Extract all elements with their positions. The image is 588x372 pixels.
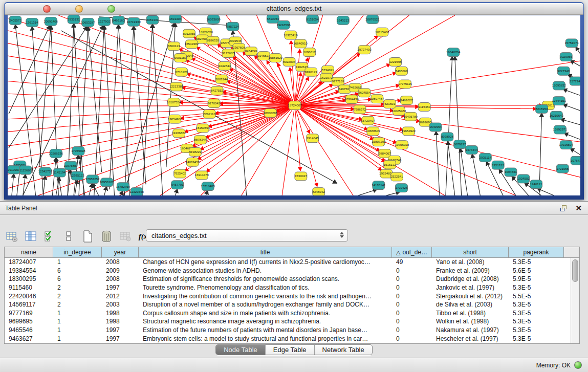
graph-node[interactable]: 15892971	[553, 125, 568, 134]
graph-node[interactable]: 18107554	[167, 98, 181, 107]
graph-node[interactable]: 16543382	[185, 40, 199, 49]
graph-node[interactable]: 8245042	[313, 188, 325, 195]
graph-node[interactable]: 2803144	[215, 75, 228, 83]
graph-node[interactable]: 2367608	[233, 43, 245, 52]
graph-node[interactable]: 18325419	[284, 31, 298, 39]
graph-node[interactable]: 9115460	[418, 103, 430, 112]
window-titlebar[interactable]: citations_edges.txt	[5, 3, 583, 15]
graph-node[interactable]: 8454749	[245, 47, 257, 56]
graph-node[interactable]: 9242844	[219, 61, 231, 70]
table-vertical-scrollbar[interactable]	[571, 258, 579, 343]
graph-node[interactable]: 9457791	[171, 181, 184, 189]
graph-node[interactable]: 12213389	[169, 82, 184, 91]
graph-node[interactable]: 9901187	[175, 54, 187, 62]
graph-node[interactable]: 16648784	[446, 48, 461, 57]
graph-node[interactable]: 9777169	[332, 77, 344, 86]
graph-node[interactable]: 1094631	[505, 168, 517, 177]
graph-node[interactable]: 9198222	[189, 148, 201, 157]
graph-node[interactable]: 1277341	[570, 77, 580, 85]
graph-node[interactable]: 8322037	[283, 58, 295, 67]
column-header-year[interactable]: year	[102, 247, 139, 257]
graph-node[interactable]: 6466160	[112, 16, 124, 25]
graph-node[interactable]: 16033809	[206, 15, 221, 24]
network-canvas[interactable]: 8660123891295518226058982750816543382818…	[8, 15, 580, 195]
graph-node[interactable]: 8215953	[536, 105, 548, 114]
graph-node[interactable]: 9170042	[208, 99, 220, 108]
column-chooser-icon[interactable]	[24, 230, 37, 243]
table-row[interactable]: 946362711997Embryonic stem cells: a mode…	[5, 334, 571, 343]
scrollbar-thumb[interactable]	[572, 259, 578, 282]
graph-node[interactable]: 16782759	[116, 183, 130, 191]
graph-node[interactable]: 2718120	[176, 68, 188, 76]
graph-node[interactable]: 1530027	[295, 172, 307, 181]
table-row[interactable]: 2242004622012Investigating the contribut…	[5, 292, 571, 300]
table-row[interactable]: 911546021997Tourette syndrome. Phenomeno…	[5, 283, 571, 292]
graph-node[interactable]: 2053131	[146, 15, 159, 24]
graph-node[interactable]: 12342757	[38, 167, 53, 176]
hub-graph-node[interactable]: 18724007	[288, 101, 302, 110]
graph-node[interactable]: 2405572	[9, 16, 21, 25]
graph-node[interactable]: 1733426	[396, 184, 408, 192]
graph-node[interactable]: 9227343	[557, 67, 570, 75]
graph-node[interactable]: 1246121	[530, 180, 542, 189]
graph-node[interactable]: 19737493	[357, 46, 372, 54]
graph-node[interactable]: 12935123	[70, 171, 84, 180]
graph-node[interactable]: 14136141	[372, 181, 386, 190]
table-row[interactable]: 1456911722003Disruption of a novel membe…	[5, 300, 571, 309]
table-settings-icon[interactable]	[5, 230, 18, 243]
graph-node[interactable]: 1831304	[169, 15, 182, 23]
graph-node[interactable]: 10719133	[127, 17, 141, 26]
graph-node[interactable]: 1361314	[26, 18, 38, 27]
graph-node[interactable]: 10807487	[370, 95, 384, 103]
graph-node[interactable]: 10958107	[100, 178, 114, 187]
column-header-in_degree[interactable]: in_degree	[53, 247, 102, 257]
graph-node[interactable]: 17359938	[71, 147, 85, 156]
graph-node[interactable]: 19756928	[395, 141, 409, 149]
graph-node[interactable]: 1914845	[307, 134, 319, 143]
new-table-icon[interactable]	[81, 230, 94, 243]
graph-node[interactable]: 18300295	[264, 108, 278, 117]
column-header-pagerank[interactable]: pagerank	[509, 247, 564, 257]
graph-node[interactable]: 8912955	[183, 29, 195, 38]
graph-node[interactable]: 9463627	[400, 96, 412, 105]
graph-node[interactable]: 15353594	[196, 124, 210, 133]
float-panel-icon[interactable]	[560, 205, 568, 212]
graph-node[interactable]: 7986372	[354, 105, 366, 114]
graph-node[interactable]: 621601	[384, 100, 396, 108]
graph-node[interactable]: 7857224	[227, 22, 239, 31]
close-panel-icon[interactable]: ✕	[575, 204, 582, 212]
graph-node[interactable]: 15751074	[564, 39, 579, 48]
graph-node[interactable]: 7625402	[174, 169, 186, 178]
graph-node[interactable]: 19495789	[404, 112, 418, 121]
graph-node[interactable]: 20876521	[365, 15, 380, 24]
table-row[interactable]: 946554611997Estimation of the future num…	[5, 326, 571, 335]
graph-node[interactable]: 1615132	[384, 160, 396, 169]
graph-node[interactable]: 19854988	[168, 115, 182, 123]
graph-node[interactable]: 17016504	[559, 141, 574, 149]
graph-node[interactable]: 1696617	[303, 48, 316, 57]
table-row[interactable]: 1872400712008Changes of HCN gene express…	[5, 258, 571, 267]
graph-node[interactable]: 1924502	[517, 174, 530, 183]
graph-node[interactable]: 19218596	[276, 20, 291, 29]
graph-node[interactable]: 1221598	[389, 58, 402, 67]
graph-node[interactable]: 19166852	[172, 129, 186, 138]
graph-node[interactable]: 1640954	[429, 123, 442, 132]
graph-node[interactable]: 8427552	[211, 86, 223, 95]
table-row[interactable]: 1938455462009Genome-wide association stu…	[5, 267, 571, 275]
graph-node[interactable]: 10975887	[63, 161, 78, 170]
graph-node[interactable]: 2935114	[479, 153, 491, 162]
graph-node[interactable]: 17975115	[398, 80, 412, 89]
graph-node[interactable]: 14039459	[186, 158, 200, 166]
graph-node[interactable]: 1951312	[492, 161, 504, 169]
tab-node-table[interactable]: Node Table	[216, 345, 266, 355]
tab-network-table[interactable]: Network Table	[315, 345, 372, 355]
delete-table-icon[interactable]	[100, 230, 113, 243]
graph-node[interactable]: 17957253	[85, 175, 100, 184]
column-header-out_degree[interactable]: △out_de…	[392, 247, 432, 257]
column-header-title[interactable]: title	[139, 247, 392, 257]
select-rows-icon[interactable]	[43, 230, 56, 243]
graph-node[interactable]: 1115686	[19, 166, 32, 174]
graph-node[interactable]: 1527902	[98, 17, 111, 26]
graph-node[interactable]: 20691406	[44, 17, 58, 26]
graph-node[interactable]: 8938928	[441, 133, 453, 141]
